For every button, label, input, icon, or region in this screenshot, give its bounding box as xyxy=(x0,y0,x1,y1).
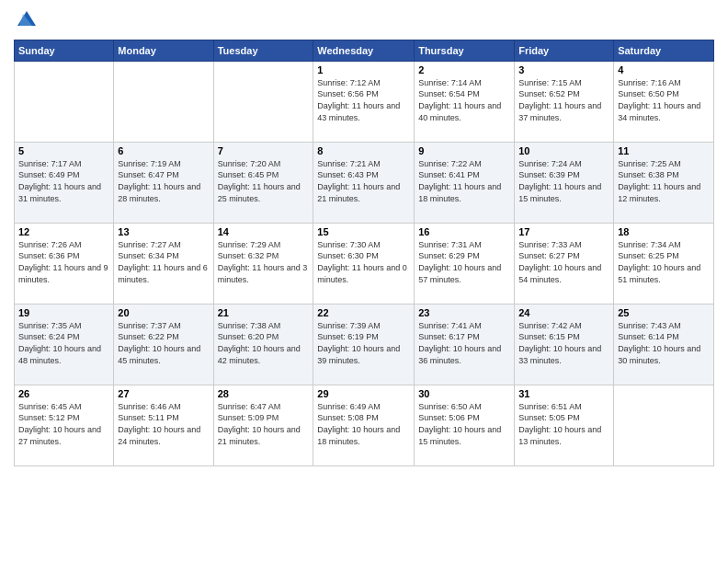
day-info: Sunrise: 7:14 AM Sunset: 6:54 PM Dayligh… xyxy=(418,77,510,123)
calendar-cell: 18Sunrise: 7:34 AM Sunset: 6:25 PM Dayli… xyxy=(614,223,714,304)
day-info: Sunrise: 7:41 AM Sunset: 6:17 PM Dayligh… xyxy=(418,320,510,366)
calendar-header-sunday: Sunday xyxy=(15,40,114,61)
calendar-cell: 17Sunrise: 7:33 AM Sunset: 6:27 PM Dayli… xyxy=(515,223,614,304)
calendar-header-monday: Monday xyxy=(114,40,213,61)
day-number: 14 xyxy=(218,226,310,237)
calendar-cell: 31Sunrise: 6:51 AM Sunset: 5:05 PM Dayli… xyxy=(515,385,614,465)
calendar-cell: 5Sunrise: 7:17 AM Sunset: 6:49 PM Daylig… xyxy=(15,142,114,223)
calendar-cell: 21Sunrise: 7:38 AM Sunset: 6:20 PM Dayli… xyxy=(213,304,313,385)
day-info: Sunrise: 6:50 AM Sunset: 5:06 PM Dayligh… xyxy=(418,401,510,447)
page: SundayMondayTuesdayWednesdayThursdayFrid… xyxy=(0,0,728,563)
calendar-cell: 2Sunrise: 7:14 AM Sunset: 6:54 PM Daylig… xyxy=(415,61,515,142)
calendar-cell: 14Sunrise: 7:29 AM Sunset: 6:32 PM Dayli… xyxy=(213,223,313,304)
calendar-cell: 13Sunrise: 7:27 AM Sunset: 6:34 PM Dayli… xyxy=(114,223,213,304)
calendar-cell: 10Sunrise: 7:24 AM Sunset: 6:39 PM Dayli… xyxy=(515,142,614,223)
day-info: Sunrise: 7:27 AM Sunset: 6:34 PM Dayligh… xyxy=(118,239,209,285)
day-info: Sunrise: 7:37 AM Sunset: 6:22 PM Dayligh… xyxy=(118,320,209,366)
day-number: 12 xyxy=(18,226,109,237)
day-number: 8 xyxy=(317,145,410,156)
day-info: Sunrise: 7:34 AM Sunset: 6:25 PM Dayligh… xyxy=(618,239,710,285)
calendar-cell: 4Sunrise: 7:16 AM Sunset: 6:50 PM Daylig… xyxy=(614,61,714,142)
day-info: Sunrise: 7:35 AM Sunset: 6:24 PM Dayligh… xyxy=(18,320,109,366)
day-number: 18 xyxy=(618,226,710,237)
day-number: 2 xyxy=(418,64,510,75)
calendar-cell: 28Sunrise: 6:47 AM Sunset: 5:09 PM Dayli… xyxy=(213,385,313,465)
day-number: 24 xyxy=(518,307,609,318)
logo-icon xyxy=(16,9,38,28)
calendar-cell xyxy=(213,61,313,142)
day-info: Sunrise: 7:29 AM Sunset: 6:32 PM Dayligh… xyxy=(218,239,310,285)
day-info: Sunrise: 7:22 AM Sunset: 6:41 PM Dayligh… xyxy=(418,158,510,204)
day-number: 28 xyxy=(218,388,310,399)
calendar-header-saturday: Saturday xyxy=(614,40,714,61)
day-info: Sunrise: 6:47 AM Sunset: 5:09 PM Dayligh… xyxy=(218,401,310,447)
calendar-cell xyxy=(114,61,213,142)
day-number: 26 xyxy=(18,388,109,399)
calendar-cell: 29Sunrise: 6:49 AM Sunset: 5:08 PM Dayli… xyxy=(313,385,415,465)
day-number: 1 xyxy=(317,64,410,75)
day-number: 19 xyxy=(18,307,109,318)
calendar-header-thursday: Thursday xyxy=(415,40,515,61)
day-number: 3 xyxy=(518,64,609,75)
day-number: 23 xyxy=(418,307,510,318)
day-info: Sunrise: 7:30 AM Sunset: 6:30 PM Dayligh… xyxy=(317,239,410,285)
day-info: Sunrise: 7:15 AM Sunset: 6:52 PM Dayligh… xyxy=(518,77,609,123)
calendar-header-row: SundayMondayTuesdayWednesdayThursdayFrid… xyxy=(15,40,714,61)
calendar-week-3: 12Sunrise: 7:26 AM Sunset: 6:36 PM Dayli… xyxy=(15,223,714,304)
day-info: Sunrise: 6:46 AM Sunset: 5:11 PM Dayligh… xyxy=(118,401,209,447)
day-info: Sunrise: 7:33 AM Sunset: 6:27 PM Dayligh… xyxy=(518,239,609,285)
calendar-cell xyxy=(15,61,114,142)
day-number: 20 xyxy=(118,307,209,318)
day-number: 13 xyxy=(118,226,209,237)
calendar-cell: 30Sunrise: 6:50 AM Sunset: 5:06 PM Dayli… xyxy=(415,385,515,465)
calendar-week-5: 26Sunrise: 6:45 AM Sunset: 5:12 PM Dayli… xyxy=(15,385,714,465)
day-number: 17 xyxy=(518,226,609,237)
day-number: 29 xyxy=(317,388,410,399)
calendar-cell: 12Sunrise: 7:26 AM Sunset: 6:36 PM Dayli… xyxy=(15,223,114,304)
day-number: 25 xyxy=(618,307,710,318)
day-number: 6 xyxy=(118,145,209,156)
day-info: Sunrise: 7:25 AM Sunset: 6:38 PM Dayligh… xyxy=(618,158,710,204)
day-number: 11 xyxy=(618,145,710,156)
day-info: Sunrise: 7:31 AM Sunset: 6:29 PM Dayligh… xyxy=(418,239,510,285)
day-number: 21 xyxy=(218,307,310,318)
calendar-cell xyxy=(614,385,714,465)
calendar-cell: 8Sunrise: 7:21 AM Sunset: 6:43 PM Daylig… xyxy=(313,142,415,223)
calendar-header-friday: Friday xyxy=(515,40,614,61)
day-info: Sunrise: 6:51 AM Sunset: 5:05 PM Dayligh… xyxy=(518,401,609,447)
day-info: Sunrise: 7:17 AM Sunset: 6:49 PM Dayligh… xyxy=(18,158,109,204)
calendar-week-1: 1Sunrise: 7:12 AM Sunset: 6:56 PM Daylig… xyxy=(15,61,714,142)
day-info: Sunrise: 7:21 AM Sunset: 6:43 PM Dayligh… xyxy=(317,158,410,204)
day-number: 16 xyxy=(418,226,510,237)
day-info: Sunrise: 7:16 AM Sunset: 6:50 PM Dayligh… xyxy=(618,77,710,123)
calendar-cell: 19Sunrise: 7:35 AM Sunset: 6:24 PM Dayli… xyxy=(15,304,114,385)
header xyxy=(14,9,714,32)
calendar-cell: 26Sunrise: 6:45 AM Sunset: 5:12 PM Dayli… xyxy=(15,385,114,465)
calendar-cell: 22Sunrise: 7:39 AM Sunset: 6:19 PM Dayli… xyxy=(313,304,415,385)
calendar: SundayMondayTuesdayWednesdayThursdayFrid… xyxy=(14,40,714,466)
day-number: 31 xyxy=(518,388,609,399)
calendar-cell: 11Sunrise: 7:25 AM Sunset: 6:38 PM Dayli… xyxy=(614,142,714,223)
logo xyxy=(14,9,38,32)
calendar-cell: 6Sunrise: 7:19 AM Sunset: 6:47 PM Daylig… xyxy=(114,142,213,223)
calendar-header-wednesday: Wednesday xyxy=(313,40,415,61)
day-number: 4 xyxy=(618,64,710,75)
day-number: 5 xyxy=(18,145,109,156)
calendar-cell: 9Sunrise: 7:22 AM Sunset: 6:41 PM Daylig… xyxy=(415,142,515,223)
day-info: Sunrise: 7:39 AM Sunset: 6:19 PM Dayligh… xyxy=(317,320,410,366)
calendar-week-4: 19Sunrise: 7:35 AM Sunset: 6:24 PM Dayli… xyxy=(15,304,714,385)
day-info: Sunrise: 7:26 AM Sunset: 6:36 PM Dayligh… xyxy=(18,239,109,285)
calendar-cell: 1Sunrise: 7:12 AM Sunset: 6:56 PM Daylig… xyxy=(313,61,415,142)
day-info: Sunrise: 7:20 AM Sunset: 6:45 PM Dayligh… xyxy=(218,158,310,204)
day-info: Sunrise: 7:43 AM Sunset: 6:14 PM Dayligh… xyxy=(618,320,710,366)
day-info: Sunrise: 7:38 AM Sunset: 6:20 PM Dayligh… xyxy=(218,320,310,366)
calendar-cell: 20Sunrise: 7:37 AM Sunset: 6:22 PM Dayli… xyxy=(114,304,213,385)
day-info: Sunrise: 7:12 AM Sunset: 6:56 PM Dayligh… xyxy=(317,77,410,123)
day-info: Sunrise: 7:42 AM Sunset: 6:15 PM Dayligh… xyxy=(518,320,609,366)
calendar-cell: 16Sunrise: 7:31 AM Sunset: 6:29 PM Dayli… xyxy=(415,223,515,304)
day-info: Sunrise: 6:45 AM Sunset: 5:12 PM Dayligh… xyxy=(18,401,109,447)
calendar-cell: 3Sunrise: 7:15 AM Sunset: 6:52 PM Daylig… xyxy=(515,61,614,142)
day-number: 30 xyxy=(418,388,510,399)
day-number: 10 xyxy=(518,145,609,156)
day-info: Sunrise: 6:49 AM Sunset: 5:08 PM Dayligh… xyxy=(317,401,410,447)
